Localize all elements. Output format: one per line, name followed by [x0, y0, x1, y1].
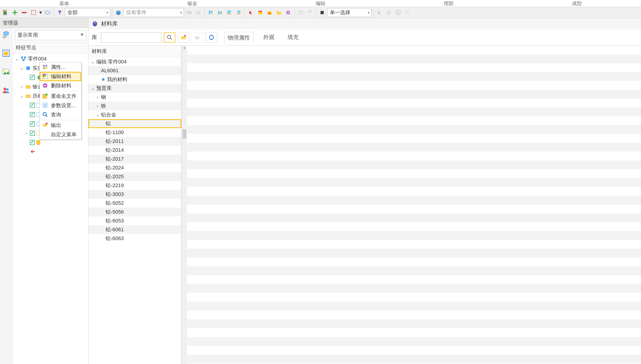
- link-icon[interactable]: [185, 8, 193, 17]
- pointer3-icon[interactable]: [375, 8, 384, 17]
- save-folder-button[interactable]: [192, 32, 203, 42]
- menubar: 基体 钣金 编辑 用部 成型: [0, 0, 641, 7]
- search-button[interactable]: [164, 32, 175, 42]
- mat-item[interactable]: 铝-3003: [88, 190, 181, 199]
- mat-item-aluminum[interactable]: 铝: [88, 119, 181, 128]
- align1-icon[interactable]: [207, 8, 215, 17]
- material-tree: 材料库 编辑:零件004 AL6061 ★我的材料 预置库 钢 铁 铝合金 铝 …: [88, 46, 181, 364]
- cm-query[interactable]: 查询: [40, 110, 81, 120]
- menu-edit[interactable]: 编辑: [256, 0, 384, 7]
- mat-steel[interactable]: 钢: [88, 93, 181, 102]
- box-view-icon[interactable]: [2, 49, 11, 58]
- checkbox-icon[interactable]: [30, 121, 35, 126]
- mat-al6061[interactable]: AL6061: [88, 66, 181, 75]
- checkbox-icon[interactable]: [30, 140, 35, 145]
- single-select[interactable]: 单一选择: [327, 8, 371, 17]
- checkbox-icon[interactable]: [30, 75, 35, 80]
- align2-icon[interactable]: [216, 8, 224, 17]
- settings-gear-icon[interactable]: [385, 8, 393, 17]
- selection-box-icon[interactable]: [29, 8, 38, 17]
- material-tree-header: 材料库: [88, 46, 181, 58]
- mat-item[interactable]: 铝-2219: [88, 181, 181, 190]
- svg-point-33: [4, 70, 6, 72]
- mat-item[interactable]: 铝-2014: [88, 146, 181, 154]
- mat-iron[interactable]: 铁: [88, 102, 181, 110]
- cm-label: 自定义菜单: [51, 131, 77, 138]
- display-combo[interactable]: 显示常用: [15, 30, 86, 40]
- tree-hist-end[interactable]: [13, 147, 88, 156]
- checkbox-icon[interactable]: [30, 131, 35, 136]
- svg-point-28: [407, 12, 407, 14]
- cm-edit-material[interactable]: 编辑材料: [40, 72, 81, 81]
- pointer2-icon[interactable]: [247, 8, 255, 17]
- cm-rename[interactable]: 重命名文件: [40, 92, 81, 101]
- people-icon[interactable]: [2, 86, 11, 96]
- unlink-icon[interactable]: [194, 8, 203, 17]
- mat-item[interactable]: 铝-5052: [88, 199, 181, 208]
- cm-params[interactable]: 参数设置...: [40, 101, 81, 110]
- mat-aluminum-alloy[interactable]: 铝合金: [88, 110, 181, 119]
- mat-item[interactable]: 铝-5056: [88, 208, 181, 216]
- tab-appearance[interactable]: 外观: [260, 32, 278, 43]
- cm-delete-material[interactable]: 删除材料: [40, 81, 81, 90]
- menu-form[interactable]: 成型: [513, 0, 641, 7]
- svg-rect-15: [258, 11, 262, 12]
- dropdown-arrow-icon[interactable]: ▾: [39, 8, 42, 17]
- mat-item[interactable]: 铝-2017: [88, 154, 181, 164]
- mat-item[interactable]: 铝-2025: [88, 172, 181, 181]
- mat-item[interactable]: 铝-2011: [88, 137, 181, 146]
- svg-rect-10: [228, 11, 231, 12]
- mat-item[interactable]: 铝-6053: [88, 216, 181, 225]
- scroll-thumb[interactable]: [183, 129, 186, 138]
- mat-edit-node[interactable]: 编辑:零件004: [88, 58, 181, 66]
- align3-icon[interactable]: [225, 8, 234, 17]
- play-icon[interactable]: [394, 8, 402, 17]
- align4-icon[interactable]: [234, 8, 243, 17]
- mat-item[interactable]: 铝-6063: [88, 234, 181, 243]
- svg-point-21: [299, 11, 302, 14]
- mat-item[interactable]: 铝-1100: [88, 128, 181, 137]
- cm-custom[interactable]: 自定义菜单: [40, 130, 81, 139]
- oval-selection-icon[interactable]: [43, 8, 52, 17]
- gear-icon[interactable]: [284, 8, 292, 17]
- remove-icon[interactable]: [20, 8, 28, 17]
- mat-preset-lib[interactable]: 预置库: [88, 84, 181, 93]
- rotate-icon[interactable]: [296, 8, 305, 17]
- refresh-button[interactable]: [206, 32, 217, 42]
- filter-icon[interactable]: [56, 8, 64, 17]
- menu-base[interactable]: 基体: [0, 0, 128, 7]
- material-tree-scrollbar[interactable]: ▴: [181, 46, 187, 364]
- box3d-icon[interactable]: [114, 8, 123, 17]
- tab-fill[interactable]: 填充: [284, 32, 302, 43]
- folder-icon[interactable]: [275, 8, 283, 17]
- tree-view-icon[interactable]: [2, 30, 11, 40]
- cm-properties[interactable]: 属性...: [40, 62, 81, 72]
- redo-icon[interactable]: [306, 8, 314, 17]
- svg-rect-40: [26, 95, 30, 98]
- image-view-icon[interactable]: [2, 68, 11, 77]
- menu-sheetmetal[interactable]: 钣金: [128, 0, 256, 7]
- dots-icon[interactable]: [403, 8, 412, 17]
- scroll-up-icon[interactable]: ▴: [182, 46, 187, 51]
- svg-rect-12: [237, 11, 241, 12]
- open-folder-button[interactable]: [178, 32, 189, 42]
- mat-item[interactable]: 铝-2024: [88, 164, 181, 172]
- checkbox-icon[interactable]: [30, 103, 35, 108]
- menu-part[interactable]: 用部: [385, 0, 513, 7]
- tree-root[interactable]: 零件004: [13, 54, 88, 64]
- mat-item[interactable]: 铝-6061: [88, 225, 181, 234]
- material-search-input[interactable]: [101, 32, 161, 42]
- cursor-icon[interactable]: [2, 8, 10, 17]
- parts-only-select[interactable]: 仅有零件: [124, 8, 184, 17]
- cm-output[interactable]: 输出: [40, 121, 81, 130]
- checkbox-icon[interactable]: [30, 112, 35, 117]
- filter-select[interactable]: 全部: [65, 8, 110, 17]
- stop-icon[interactable]: [318, 8, 326, 17]
- svg-point-48: [43, 67, 45, 69]
- tab-physical[interactable]: 物理属性: [224, 32, 254, 43]
- material-toolbar: 库 物理属性 外观 填充: [88, 29, 641, 46]
- book-icon[interactable]: [256, 8, 264, 17]
- mat-my-materials[interactable]: ★我的材料: [88, 75, 181, 84]
- folder-star-icon[interactable]: [265, 8, 274, 17]
- add-icon[interactable]: [11, 8, 19, 17]
